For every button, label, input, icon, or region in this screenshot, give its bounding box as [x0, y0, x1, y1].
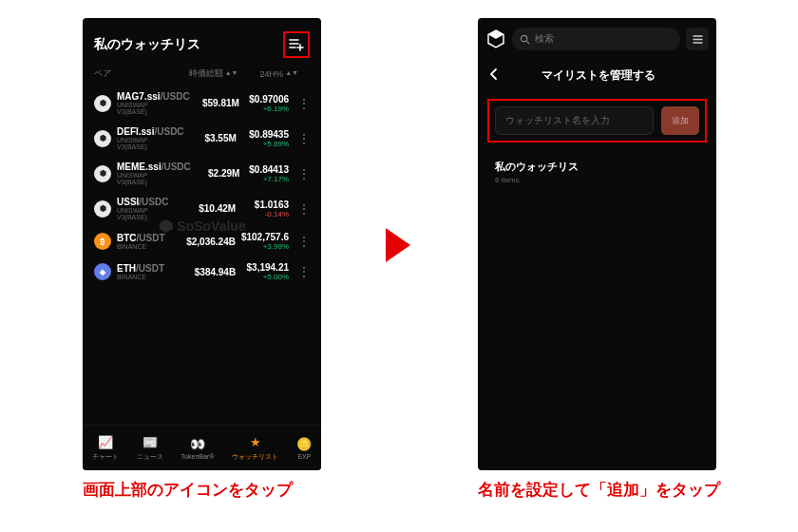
mcap-cell: $2,036.24B	[186, 237, 236, 247]
svg-point-8	[521, 35, 526, 41]
table-row[interactable]: ₿BTC/USDTBINANCE$2,036.24B$102,757.6+3.9…	[83, 226, 321, 256]
nav-icon: 👀	[190, 436, 205, 451]
list-name-input[interactable]: ウォッチリスト名を入力	[495, 106, 654, 135]
more-icon[interactable]: ⋮	[294, 97, 310, 110]
nav-icon: 📰	[142, 435, 158, 450]
pair-cell: MAG7.ssi/USDCUNISWAPV3(BASE)	[117, 91, 190, 115]
price-cell: $3,194.21+5.00%	[241, 262, 289, 281]
nav-item[interactable]: ★ウォッチリスト	[232, 435, 278, 462]
mcap-cell: $384.94B	[188, 267, 236, 277]
more-icon[interactable]: ⋮	[294, 235, 310, 248]
page-title: 私のウォッチリス	[94, 36, 200, 53]
more-icon[interactable]: ⋮	[294, 167, 310, 180]
nav-item[interactable]: 👀TokenBar®	[181, 436, 215, 460]
nav-icon: ★	[248, 435, 263, 450]
more-icon[interactable]: ⋮	[294, 202, 310, 216]
manage-list-screen: 検索 マイリストを管理する ウォッチリスト名を入力 追加 私のウォッチリス 6 …	[478, 18, 716, 470]
table-row[interactable]: ⬢MAG7.ssi/USDCUNISWAPV3(BASE)$59.81M$0.9…	[83, 86, 321, 121]
add-button[interactable]: 追加	[661, 106, 699, 135]
svg-line-9	[526, 41, 529, 44]
add-list-row: ウォッチリスト名を入力 追加	[487, 99, 707, 142]
nav-icon: 📈	[98, 435, 113, 450]
nav-item[interactable]: 📈チャート	[92, 435, 119, 462]
coin-icon: ⬢	[94, 200, 111, 218]
mcap-cell: $59.81M	[196, 98, 239, 108]
nav-item[interactable]: 📰ニュース	[137, 435, 163, 462]
list-item[interactable]: 私のウォッチリス 6 items	[478, 150, 716, 194]
price-cell: $0.84413+7.17%	[245, 164, 289, 183]
mcap-cell: $3.55M	[190, 133, 237, 143]
mcap-cell: $10.42M	[188, 203, 236, 214]
list-item-name: 私のウォッチリス	[495, 160, 699, 174]
table-row[interactable]: ⬢DEFI.ssi/USDCUNISWAPV3(BASE)$3.55M$0.89…	[83, 121, 321, 156]
list-item-count: 6 items	[495, 176, 699, 184]
svg-marker-7	[488, 30, 504, 39]
nav-item[interactable]: 🪙EXP	[296, 436, 312, 460]
pair-cell: DEFI.ssi/USDCUNISWAPV3(BASE)	[117, 126, 184, 150]
coin-icon: ◆	[94, 263, 111, 280]
sort-icon: ▲▼	[225, 71, 238, 75]
coin-icon: ⬢	[94, 130, 111, 147]
bottom-nav: 📈チャート📰ニュース👀TokenBar®★ウォッチリスト🪙EXP	[83, 425, 321, 470]
arrow-icon	[386, 228, 410, 262]
nav-icon: 🪙	[296, 436, 312, 451]
coin-icon: ₿	[94, 233, 111, 250]
search-input[interactable]: 検索	[512, 28, 680, 50]
watchlist-screen: 私のウォッチリス ペア 時価総額▲▼ 24H%▲▼ ⬢MAG7.ssi/USDC…	[83, 18, 321, 470]
pair-cell: MEME.ssi/USDCUNISWAPV3(BASE)	[117, 162, 191, 185]
more-icon[interactable]: ⋮	[294, 132, 310, 145]
watchlist-rows: ⬢MAG7.ssi/USDCUNISWAPV3(BASE)$59.81M$0.9…	[83, 86, 321, 287]
coin-icon: ⬢	[94, 165, 111, 182]
col-mcap[interactable]: 時価総額▲▼	[178, 67, 238, 80]
price-cell: $0.89435+5.89%	[242, 129, 289, 148]
sort-icon: ▲▼	[285, 71, 298, 75]
price-cell: $1.0163-0.14%	[241, 200, 289, 218]
caption-right: 名前を設定して「追加」をタップ	[478, 479, 720, 503]
price-cell: $102,757.6+3.98%	[241, 232, 289, 251]
column-headers: ペア 時価総額▲▼ 24H%▲▼	[83, 67, 321, 86]
manage-title: マイリストを管理する	[491, 67, 705, 84]
menu-button[interactable]	[686, 28, 709, 50]
pair-cell: ETH/USDTBINANCE	[117, 263, 182, 280]
more-icon[interactable]: ⋮	[294, 265, 310, 278]
pair-cell: USSI/USDCUNISWAPV3(BASE)	[117, 197, 182, 220]
table-row[interactable]: ⬢USSI/USDCUNISWAPV3(BASE)$10.42M$1.0163-…	[83, 191, 321, 226]
pair-cell: BTC/USDTBINANCE	[117, 233, 180, 250]
coin-icon: ⬢	[94, 95, 111, 112]
sub-header: マイリストを管理する	[478, 60, 716, 91]
search-icon	[520, 34, 530, 45]
price-cell: $0.97006+6.19%	[245, 94, 289, 113]
mcap-cell: $2.29M	[197, 168, 240, 179]
caption-left: 画面上部のアイコンをタップ	[83, 479, 293, 503]
table-row[interactable]: ⬢MEME.ssi/USDCUNISWAPV3(BASE)$2.29M$0.84…	[83, 156, 321, 191]
add-list-icon[interactable]	[283, 31, 310, 58]
table-row[interactable]: ◆ETH/USDTBINANCE$384.94B$3,194.21+5.00%⋮	[83, 256, 321, 287]
top-bar: 検索	[478, 18, 716, 60]
col-chg[interactable]: 24H%▲▼	[238, 69, 298, 79]
screen-header: 私のウォッチリス	[83, 18, 321, 67]
app-logo-icon[interactable]	[485, 28, 506, 49]
col-pair[interactable]: ペア	[94, 67, 178, 80]
